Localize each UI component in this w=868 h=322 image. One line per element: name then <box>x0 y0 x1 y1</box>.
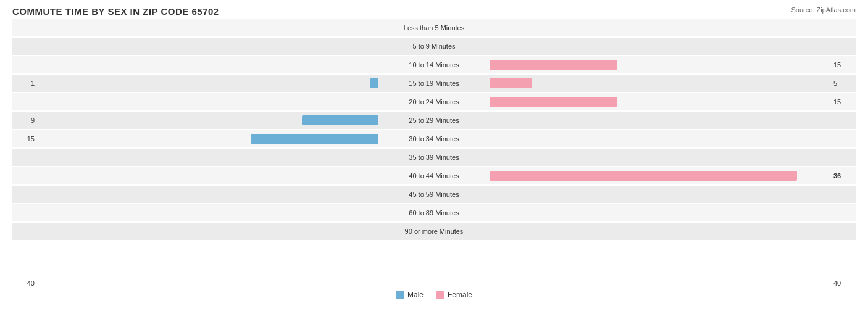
table-row: 1530 to 34 Minutes <box>12 130 856 147</box>
row-label: 90 or more Minutes <box>378 228 490 235</box>
row-label: 45 to 59 Minutes <box>378 191 490 198</box>
axis-right-label: 40 <box>831 279 856 287</box>
row-label: Less than 5 Minutes <box>378 24 490 31</box>
male-bar <box>251 134 378 144</box>
female-value: 36 <box>831 172 856 180</box>
male-value: 1 <box>12 80 37 87</box>
female-bar <box>490 97 617 107</box>
table-row: 115 to 19 Minutes5 <box>12 75 856 92</box>
row-label: 40 to 44 Minutes <box>378 172 490 180</box>
table-row: 45 to 59 Minutes <box>12 186 856 203</box>
female-value: 15 <box>831 61 856 68</box>
female-value: 15 <box>831 98 856 105</box>
male-bar <box>370 78 378 88</box>
female-bar <box>490 60 617 70</box>
table-row: 5 to 9 Minutes <box>12 38 856 55</box>
male-bar <box>302 115 378 125</box>
table-row: 35 to 39 Minutes <box>12 149 856 166</box>
legend-female-box <box>436 291 444 299</box>
table-row: 925 to 29 Minutes <box>12 112 856 129</box>
table-row: 40 to 44 Minutes36 <box>12 167 856 184</box>
row-label: 10 to 14 Minutes <box>378 61 490 68</box>
table-row: 10 to 14 Minutes15 <box>12 56 856 73</box>
female-value: 5 <box>831 80 856 87</box>
row-label: 20 to 24 Minutes <box>378 98 490 105</box>
legend-female-label: Female <box>448 291 472 299</box>
table-row: 20 to 24 Minutes15 <box>12 93 856 110</box>
table-row: 90 or more Minutes <box>12 223 856 240</box>
axis-left-label: 40 <box>12 279 37 287</box>
row-label: 25 to 29 Minutes <box>378 117 490 124</box>
legend: Male Female <box>12 291 856 299</box>
source-label: Source: ZipAtlas.com <box>791 6 856 14</box>
chart-area: Less than 5 Minutes5 to 9 Minutes10 to 1… <box>12 19 856 278</box>
male-value: 15 <box>12 135 37 142</box>
legend-male-label: Male <box>407 291 424 299</box>
chart-title: COMMUTE TIME BY SEX IN ZIP CODE 65702 <box>12 6 856 17</box>
female-bar <box>490 171 797 181</box>
female-bar <box>490 78 532 88</box>
legend-female-item: Female <box>436 291 472 299</box>
male-value: 9 <box>12 117 37 124</box>
row-label: 35 to 39 Minutes <box>378 154 490 161</box>
row-label: 60 to 89 Minutes <box>378 209 490 217</box>
row-label: 15 to 19 Minutes <box>378 80 490 87</box>
table-row: 60 to 89 Minutes <box>12 204 856 221</box>
row-label: 30 to 34 Minutes <box>378 135 490 142</box>
legend-male-item: Male <box>396 291 424 299</box>
chart-container: COMMUTE TIME BY SEX IN ZIP CODE 65702 So… <box>0 0 868 322</box>
legend-male-box <box>396 291 404 299</box>
row-label: 5 to 9 Minutes <box>378 43 490 50</box>
table-row: Less than 5 Minutes <box>12 19 856 36</box>
